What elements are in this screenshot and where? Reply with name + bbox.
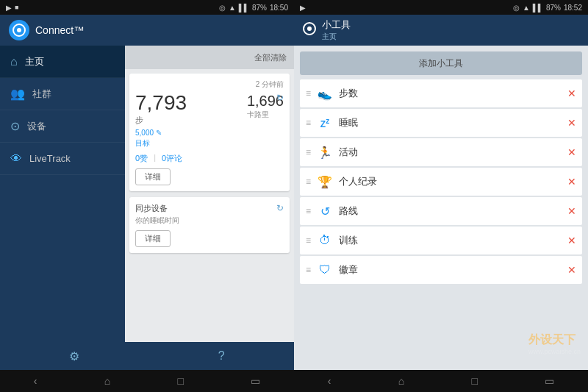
widget-item-records[interactable]: ≡ 🏆 个人纪录 ✕ [300, 168, 582, 196]
widget-item-steps[interactable]: ≡ 👟 步数 ✕ [300, 79, 582, 107]
likes-label[interactable]: 0赞 [135, 153, 148, 164]
status-left-icons: ▶ ■ [6, 4, 18, 12]
home-button-left[interactable]: ⌂ [104, 375, 110, 387]
app-header-left: Connect™ [0, 15, 294, 46]
signal-icon-r: ▌▌ [533, 4, 543, 12]
widget-item-activity[interactable]: ≡ 🏃 活动 ✕ [300, 138, 582, 166]
drag-handle-badges: ≡ [306, 265, 311, 275]
left-phone: ▶ ■ ◎ ▲ ▌▌ 87% 18:50 Connect™ ⌂ 主页 [0, 0, 294, 392]
sidebar-item-home[interactable]: ⌂ 主页 [0, 46, 125, 78]
card-detail-button[interactable]: 详细 [135, 168, 171, 185]
battery-text: 87% [252, 4, 267, 12]
add-widget-button[interactable]: 添加小工具 [300, 51, 582, 75]
steps-widget-icon: 👟 [317, 87, 333, 101]
sleep-remove-button[interactable]: ✕ [567, 117, 576, 129]
menu-button-right[interactable]: □ [472, 375, 478, 387]
sidebar: ⌂ 主页 👥 社群 ⊙ 设备 👁 LiveTrack [0, 46, 125, 342]
routes-widget-label: 路线 [339, 204, 562, 218]
edit-icon: ✎ [156, 129, 162, 137]
widget-list: ≡ 👟 步数 ✕ ≡ Zz 睡眠 ✕ ≡ 🏃 活动 ✕ ≡ [294, 79, 588, 284]
drag-handle-sleep: ≡ [306, 118, 311, 128]
svg-point-1 [17, 28, 21, 32]
card-actions: 0赞 | 0评论 [135, 153, 284, 164]
badges-remove-button[interactable]: ✕ [567, 264, 576, 276]
routes-widget-icon: ↺ [317, 204, 333, 218]
battery-text-r: 87% [546, 4, 561, 12]
activity-widget-icon: 🏃 [317, 146, 333, 160]
steps-widget-label: 步数 [339, 87, 562, 100]
menu-button-left[interactable]: □ [178, 375, 184, 387]
wifi-icon-r: ▲ [523, 4, 530, 12]
recent-button-left[interactable]: ▭ [251, 375, 260, 387]
activity-remove-button[interactable]: ✕ [567, 146, 576, 158]
sidebar-item-community[interactable]: 👥 社群 [0, 78, 125, 110]
feed-header: 全部清除 [125, 46, 294, 69]
right-phone: ▶ ◎ ▲ ▌▌ 87% 18:52 小工具 主页 添加小工具 ≡ [294, 0, 588, 392]
nav-buttons-left: ‹ ⌂ □ ▭ [0, 370, 294, 392]
steps-remove-button[interactable]: ✕ [567, 88, 576, 99]
widget-item-routes[interactable]: ≡ ↺ 路线 ✕ [300, 197, 582, 225]
sidebar-label-home: 主页 [25, 55, 44, 68]
steps-unit: 步 [135, 115, 187, 126]
wifi-icon: ▲ [229, 4, 236, 12]
separator: | [154, 153, 156, 164]
time-left: 18:50 [270, 4, 288, 12]
back-button-left[interactable]: ‹ [34, 375, 37, 387]
badges-widget-label: 徽章 [339, 263, 562, 277]
routes-remove-button[interactable]: ✕ [567, 205, 576, 217]
right-app-header: 小工具 主页 [294, 15, 588, 46]
drag-handle-activity: ≡ [306, 147, 311, 157]
community-icon: 👥 [10, 87, 25, 101]
status-right-right-icons: ◎ ▲ ▌▌ 87% 18:52 [513, 4, 582, 12]
signal-icon: ▌▌ [239, 4, 249, 12]
time-right: 18:52 [564, 4, 582, 12]
sleep-sync-sub: 你的睡眠时间 [135, 215, 284, 226]
widget-item-badges[interactable]: ≡ 🛡 徽章 ✕ [300, 256, 582, 284]
clear-all-label[interactable]: 全部清除 [254, 52, 287, 63]
goal-label: 目标 [135, 139, 150, 147]
right-app-logo [303, 22, 316, 38]
help-button[interactable]: ? [218, 349, 225, 363]
card-time: 2 分钟前 [135, 79, 284, 90]
status-bar-right: ▶ ◎ ▲ ▌▌ 87% 18:52 [294, 0, 588, 15]
home-icon: ⌂ [10, 55, 18, 68]
recent-button-right[interactable]: ▭ [545, 375, 554, 387]
sleep-sync-text: 同步设备 [135, 203, 284, 214]
sidebar-item-livetrack[interactable]: 👁 LiveTrack [0, 143, 125, 175]
devices-icon: ⊙ [10, 119, 20, 133]
notification-icon-r: ▶ [300, 4, 306, 12]
back-button-right[interactable]: ‹ [328, 375, 331, 387]
sidebar-label-devices: 设备 [27, 120, 46, 133]
sleep-detail-button[interactable]: 详细 [135, 230, 171, 247]
records-widget-icon: 🏆 [317, 175, 333, 189]
sleep-widget-icon: Zz [317, 117, 333, 129]
drag-handle-records: ≡ [306, 177, 311, 187]
refresh-icon: ↻ [276, 93, 284, 103]
training-remove-button[interactable]: ✕ [567, 235, 576, 246]
comments-label[interactable]: 0评论 [162, 153, 182, 164]
left-main-content: ⌂ 主页 👥 社群 ⊙ 设备 👁 LiveTrack 全部清除 [0, 46, 294, 342]
sidebar-label-community: 社群 [32, 88, 51, 101]
sim-icon: ■ [15, 4, 18, 11]
sync-icon: ↻ [276, 203, 284, 213]
sidebar-label-livetrack: LiveTrack [29, 153, 71, 164]
drag-handle-routes: ≡ [306, 206, 311, 216]
status-right-icons: ◎ ▲ ▌▌ 87% 18:50 [219, 4, 288, 12]
widget-item-training[interactable]: ≡ ⏱ 训练 ✕ [300, 227, 582, 254]
drag-handle-training: ≡ [306, 235, 311, 246]
status-right-left-icons: ▶ [300, 4, 306, 12]
nav-buttons-right: ‹ ⌂ □ ▭ [294, 370, 588, 392]
main-feed: 全部清除 2 分钟前 7,793 步 5,000 ✎ 目标 [125, 46, 294, 342]
records-remove-button[interactable]: ✕ [567, 176, 576, 188]
settings-button[interactable]: ⚙ [69, 349, 79, 363]
home-button-right[interactable]: ⌂ [398, 375, 404, 387]
app-logo [9, 20, 29, 40]
right-page-subtitle: 主页 [322, 32, 351, 42]
drag-handle-steps: ≡ [306, 88, 311, 99]
sidebar-item-devices[interactable]: ⊙ 设备 [0, 110, 125, 143]
activity-widget-label: 活动 [339, 146, 562, 159]
badges-widget-icon: 🛡 [317, 263, 333, 277]
widget-item-sleep[interactable]: ≡ Zz 睡眠 ✕ [300, 109, 582, 137]
training-widget-label: 训练 [339, 234, 562, 247]
bottom-nav-left: ⚙ ? [0, 342, 294, 370]
